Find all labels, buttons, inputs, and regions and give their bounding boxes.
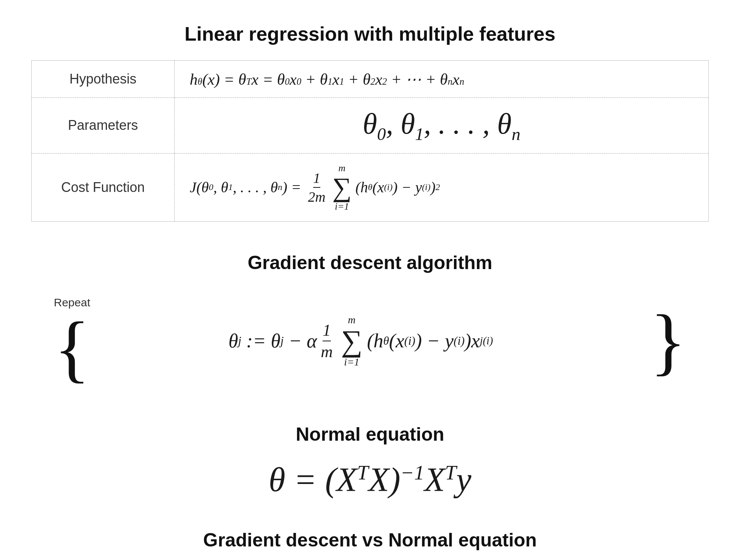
parameters-content: θ0, θ1, . . . , θn <box>175 98 708 153</box>
hypothesis-label: Hypothesis <box>32 61 175 97</box>
normal-equation-section: Normal equation θ = (XTX)−1XTy <box>31 423 709 499</box>
page-title: Linear regression with multiple features <box>184 23 555 45</box>
gradient-descent-title: Gradient descent algorithm <box>248 252 492 274</box>
gradient-formula: θj := θj − α 1 m m ∑ i=1 (hθ(x(i)) − y(i… <box>94 314 627 368</box>
normal-equation-title: Normal equation <box>296 423 444 445</box>
comparison-section: Gradient descent vs Normal equation Need… <box>31 529 709 560</box>
parameters-label: Parameters <box>32 98 175 153</box>
repeat-block: Repeat { <box>54 296 90 386</box>
hypothesis-table: Hypothesis hθ(x) = θTx = θ0x0 + θ1x1 + θ… <box>31 60 709 222</box>
right-brace: } <box>650 303 686 379</box>
gradient-descent-section: Repeat { θj := θj − α 1 m m ∑ i=1 (hθ(x(… <box>31 289 709 393</box>
cost-function-label: Cost Function <box>32 154 175 221</box>
cost-function-content: J(θ0, θ1, . . . , θn) = 1 2m m ∑ i=1 (hθ… <box>175 154 708 221</box>
normal-equation-formula: θ = (XTX)−1XTy <box>269 460 471 499</box>
cost-function-row: Cost Function J(θ0, θ1, . . . , θn) = 1 … <box>32 154 708 221</box>
parameters-row: Parameters θ0, θ1, . . . , θn <box>32 98 708 154</box>
hypothesis-row: Hypothesis hθ(x) = θTx = θ0x0 + θ1x1 + θ… <box>32 61 708 98</box>
hypothesis-content: hθ(x) = θTx = θ0x0 + θ1x1 + θ2x2 + ⋯ + θ… <box>175 61 708 97</box>
left-brace: { <box>54 310 90 386</box>
comparison-title: Gradient descent vs Normal equation <box>31 529 709 551</box>
